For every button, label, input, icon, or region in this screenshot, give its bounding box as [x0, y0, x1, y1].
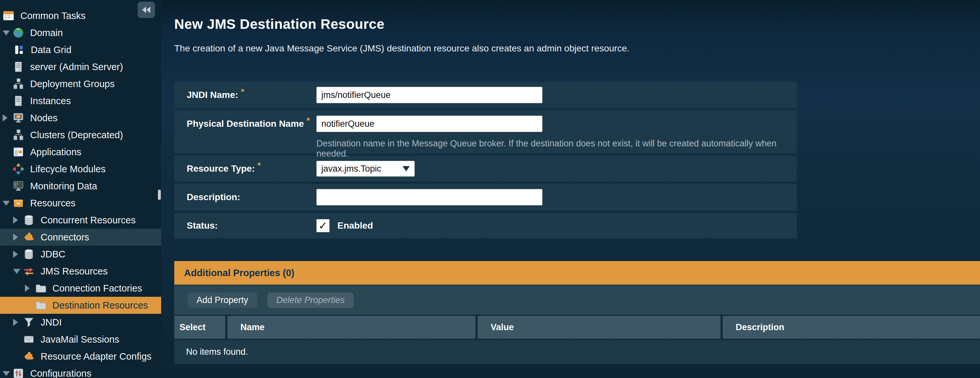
properties-table: Select Name Value Description No items f…: [174, 316, 980, 364]
jndi-name-label: JNDI Name:: [187, 90, 238, 100]
sidebar-item-configurations[interactable]: Configurations: [0, 365, 161, 378]
sidebar-item-label: Resource Adapter Configs: [41, 351, 152, 362]
sidebar-item-domain[interactable]: Domain: [0, 24, 161, 41]
sidebar-item-label: Instances: [30, 96, 71, 106]
sidebar-item-destination-resources[interactable]: Destination Resources: [0, 297, 161, 314]
sidebar-item-label: Common Tasks: [20, 11, 86, 21]
resources-box-icon: [13, 197, 24, 209]
expand-collapse-icon[interactable]: [13, 216, 23, 224]
expand-collapse-icon[interactable]: [13, 251, 23, 258]
database-icon: [23, 214, 35, 226]
sidebar-item-label: Destination Resources: [52, 300, 148, 311]
sidebar-item-label: Nodes: [30, 113, 58, 124]
properties-table-header: Select Name Value Description: [174, 316, 980, 339]
status-enabled-checkbox-label: Enabled: [337, 221, 373, 231]
data-grid-icon: [13, 44, 25, 56]
form-row-description: Description:: [174, 184, 797, 211]
expand-collapse-icon[interactable]: [13, 269, 23, 274]
deployment-groups-icon: [13, 78, 24, 90]
sidebar-scrollbar-thumb[interactable]: [158, 190, 161, 200]
sidebar-collapse-button[interactable]: [138, 2, 155, 18]
expand-collapse-icon[interactable]: [13, 233, 23, 241]
form-row-physical-destination-name: Physical Destination Name * Destination …: [174, 110, 797, 154]
required-asterisk: *: [258, 160, 261, 171]
additional-properties-title: Additional Properties (0): [184, 268, 294, 278]
sidebar-item-data-grid[interactable]: Data Grid: [0, 41, 161, 58]
folder-icon: [35, 282, 46, 294]
sidebar-item-connection-factories[interactable]: Connection Factories: [0, 280, 161, 297]
resource-type-select[interactable]: javax.jms.Topic: [317, 161, 415, 176]
filter-funnel-icon: [23, 316, 35, 328]
delete-properties-button[interactable]: Delete Properties: [267, 292, 354, 308]
column-header-description: Description: [722, 316, 980, 339]
monitoring-icon: [13, 180, 24, 192]
expand-collapse-icon[interactable]: [3, 371, 13, 376]
add-property-button[interactable]: Add Property: [187, 292, 258, 308]
cluster-tree-icon: [13, 129, 24, 141]
sidebar-item-label: Connectors: [41, 232, 89, 243]
sidebar-item-server[interactable]: server (Admin Server): [0, 58, 161, 75]
sidebar-item-instances[interactable]: Instances: [0, 92, 161, 110]
database-icon: [23, 248, 35, 260]
puzzle-icon: [23, 351, 35, 362]
properties-table-empty-row: No items found.: [174, 340, 980, 364]
properties-toolbar: Add Property Delete Properties: [174, 285, 980, 315]
expand-collapse-icon[interactable]: [25, 285, 35, 292]
page-description: The creation of a new Java Message Servi…: [174, 43, 980, 54]
puzzle-icon: [23, 231, 35, 243]
sidebar-item-label: server (Admin Server): [30, 62, 123, 72]
common-tasks-icon: [3, 10, 14, 22]
physical-destination-name-label: Physical Destination Name: [187, 119, 304, 129]
column-header-select: Select: [174, 316, 225, 339]
expand-collapse-icon[interactable]: [13, 319, 23, 326]
sidebar-item-label: Connection Factories: [52, 283, 142, 294]
resource-type-selected-value: javax.jms.Topic: [321, 164, 381, 174]
sidebar-item-monitoring-data[interactable]: Monitoring Data: [0, 178, 161, 195]
sidebar-item-lifecycle-modules[interactable]: Lifecycle Modules: [0, 160, 161, 178]
sidebar-item-javamail-sessions[interactable]: JavaMail Sessions: [0, 331, 161, 348]
sidebar-item-jdbc[interactable]: JDBC: [0, 246, 161, 263]
dropdown-arrow-icon: [402, 166, 410, 171]
status-enabled-checkbox[interactable]: [317, 219, 329, 232]
sidebar-item-deployment-groups[interactable]: Deployment Groups: [0, 75, 161, 92]
expand-collapse-icon[interactable]: [3, 114, 13, 122]
additional-properties-header: Additional Properties (0): [174, 261, 980, 285]
sidebar-item-label: Deployment Groups: [30, 79, 115, 89]
column-header-value: Value: [477, 316, 721, 339]
physical-destination-name-help: Destination name in the Message Queue br…: [317, 138, 797, 159]
form-row-jndi-name: JNDI Name: *: [174, 82, 797, 108]
status-label: Status:: [187, 221, 218, 231]
sidebar-item-jms-resources[interactable]: JMS Resources: [0, 263, 161, 280]
sidebar-item-label: Resources: [30, 198, 76, 209]
sidebar-item-jndi[interactable]: JNDI: [0, 314, 161, 331]
sidebar-item-nodes[interactable]: Nodes: [0, 110, 161, 126]
sidebar-item-connectors[interactable]: Connectors: [0, 229, 161, 246]
server-icon: [13, 61, 24, 73]
required-asterisk: *: [241, 87, 244, 97]
sidebar-item-resource-adapter-configs[interactable]: Resource Adapter Configs: [0, 348, 161, 365]
page-title: New JMS Destination Resource: [174, 16, 980, 32]
content-area: New JMS Destination Resource The creatio…: [161, 0, 980, 378]
sidebar-item-common-tasks[interactable]: Common Tasks: [0, 7, 161, 24]
folder-icon: [35, 299, 46, 311]
server-icon: [13, 95, 24, 107]
sidebar-item-concurrent-resources[interactable]: Concurrent Resources: [0, 211, 161, 229]
sidebar-item-label: Domain: [30, 27, 63, 38]
required-asterisk: *: [307, 116, 310, 126]
sidebar-item-label: Monitoring Data: [30, 181, 97, 192]
description-input[interactable]: [317, 189, 542, 205]
description-label: Description:: [187, 192, 240, 202]
resource-type-label: Resource Type:: [187, 164, 255, 174]
expand-collapse-icon[interactable]: [3, 201, 13, 206]
destination-resource-form: JNDI Name: * Physical Destination Name *…: [174, 82, 797, 238]
physical-destination-name-input[interactable]: [317, 116, 542, 132]
sidebar-item-applications[interactable]: Applications: [0, 143, 161, 160]
admin-console: Common Tasks Domain Data Grid: [0, 0, 980, 378]
sidebar-item-label: Configurations: [30, 368, 91, 378]
sidebar-item-clusters[interactable]: Clusters (Deprecated): [0, 126, 161, 143]
expand-collapse-icon[interactable]: [3, 30, 13, 35]
sidebar-item-label: Concurrent Resources: [41, 215, 135, 226]
lifecycle-icon: [13, 163, 24, 175]
jndi-name-input[interactable]: [317, 87, 542, 103]
sidebar-item-resources[interactable]: Resources: [0, 195, 161, 211]
